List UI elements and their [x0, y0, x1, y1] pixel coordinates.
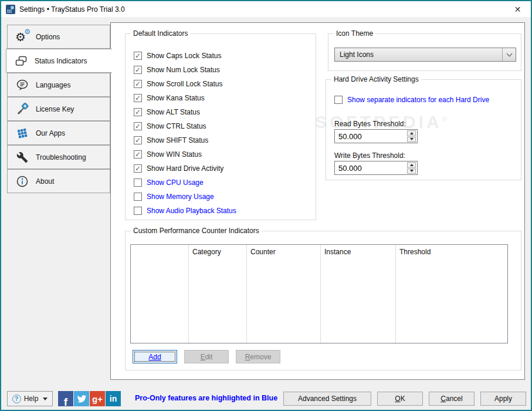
checkbox-row: ✓ Show Hard Drive Activity	[134, 164, 223, 173]
caret-down-icon	[43, 397, 48, 400]
checkbox-label: Show Hard Drive Activity	[147, 164, 223, 173]
checkbox-label: Show CPU Usage	[147, 178, 204, 187]
checkbox-win[interactable]: ✓	[134, 150, 142, 159]
checkbox-label: Show CTRL Status	[147, 122, 206, 130]
group-title: Custom Performance Counter Indicators	[131, 227, 262, 235]
checkbox-label: Show Memory Usage	[147, 193, 214, 201]
sidebar-item-languages[interactable]: Languages	[7, 73, 110, 97]
custom-counters-group: Custom Performance Counter Indicators Ca…	[125, 231, 521, 370]
watermark: SOFTPEDIA®	[315, 112, 450, 132]
checkbox-label: Show Caps Lock Status	[147, 52, 221, 60]
checkbox-row: ✓ Show Num Lock Status	[134, 65, 220, 75]
checkbox-scroll-lock[interactable]: ✓	[134, 80, 142, 88]
default-indicators-group: Default Indicators ✓ Show Caps Lock Stat…	[125, 33, 316, 220]
checkbox-label: Show SHIFT Status	[147, 136, 208, 144]
titlebar: Settings • TrayStatus Pro Trial 3.0	[1, 1, 531, 17]
checkbox-caps-lock[interactable]: ✓	[134, 52, 142, 60]
spinner-value: 50.000	[338, 164, 362, 173]
checkbox-label: Show WIN Status	[147, 150, 202, 159]
linkedin-icon[interactable]: in	[106, 391, 121, 406]
checkbox-label: Show ALT Status	[147, 108, 200, 116]
group-title: Default Indicators	[131, 29, 190, 38]
checkbox-kana[interactable]: ✓	[134, 94, 142, 102]
close-icon[interactable]: ✕	[504, 1, 531, 17]
sidebar-item-troubleshooting[interactable]: Troubleshooting	[7, 145, 110, 169]
checkbox-separate-hdd-indicators[interactable]: ✓	[334, 96, 343, 104]
remove-button[interactable]: Remove	[236, 350, 280, 363]
sidebar-item-label: License Key	[36, 105, 74, 113]
window-title: Settings • TrayStatus Pro Trial 3.0	[19, 5, 125, 14]
settings-window: Settings • TrayStatus Pro Trial 3.0 ✕ ⚙⚙…	[0, 0, 532, 411]
checkbox-label: Show separate indicators for each Hard D…	[347, 96, 489, 104]
status-indicators-icon	[13, 54, 29, 68]
checkbox-ctrl[interactable]: ✓	[134, 122, 142, 130]
write-threshold-label: Write Bytes Threshold:	[334, 151, 405, 160]
chevron-down-icon	[502, 48, 516, 61]
icon-theme-dropdown[interactable]: Light Icons	[334, 48, 516, 62]
checkbox-row: ✓ Show separate indicators for each Hard…	[334, 95, 489, 105]
sidebar-item-label: About	[36, 177, 54, 186]
add-button[interactable]: Add	[133, 350, 177, 363]
write-threshold-spinner[interactable]: 50.000	[334, 161, 418, 175]
checkbox-row: ✓ Show WIN Status	[134, 150, 202, 159]
spinner-value: 50.000	[338, 132, 362, 141]
group-title: Hard Drive Activity Settings	[331, 75, 421, 83]
googleplus-icon[interactable]: g+	[90, 391, 105, 406]
checkbox-row: ✓ Show Kana Status	[134, 93, 205, 103]
checkbox-row: ✓ Show CPU Usage	[134, 178, 204, 187]
gear-icon: ⚙⚙	[15, 30, 30, 44]
sidebar-item-license-key[interactable]: License Key	[7, 97, 110, 121]
checkbox-label: Show Kana Status	[147, 94, 205, 102]
icon-theme-group: Icon Theme Light Icons	[328, 33, 521, 71]
languages-icon	[15, 78, 30, 92]
sidebar-item-options[interactable]: ⚙⚙ Options	[7, 25, 110, 49]
column-header-blank	[131, 245, 189, 343]
group-title: Icon Theme	[334, 29, 375, 38]
cancel-button[interactable]: Cancel	[429, 392, 475, 406]
spin-down-icon[interactable]	[407, 169, 416, 174]
sidebar-item-our-apps[interactable]: Our Apps	[7, 121, 110, 145]
apply-button[interactable]: Apply	[480, 392, 526, 406]
sidebar-item-label: Options	[36, 33, 60, 41]
checkbox-alt[interactable]: ✓	[134, 108, 142, 116]
spin-down-icon[interactable]	[407, 137, 416, 143]
status-indicators-page: Default Indicators ✓ Show Caps Lock Stat…	[110, 22, 525, 380]
checkbox-row: ✓ Show Caps Lock Status	[134, 51, 221, 60]
dropdown-selected-value: Light Icons	[335, 50, 502, 59]
sidebar-item-about[interactable]: About	[7, 169, 110, 193]
sidebar-item-label: Troubleshooting	[36, 153, 86, 161]
sidebar-item-label: Our Apps	[36, 129, 65, 137]
ok-button[interactable]: OK	[377, 392, 423, 406]
checkbox-hard-drive-activity[interactable]: ✓	[134, 164, 142, 173]
advanced-settings-button[interactable]: Advanced Settings	[283, 392, 371, 406]
spin-up-icon[interactable]	[407, 162, 416, 168]
checkbox-label: Show Num Lock Status	[147, 66, 220, 74]
checkbox-audio-playback[interactable]: ✓	[134, 207, 142, 215]
checkbox-label: Show Audio Playback Status	[147, 207, 236, 215]
checkbox-row: ✓ Show Memory Usage	[134, 192, 214, 201]
help-label: Help	[24, 395, 39, 403]
info-icon	[15, 174, 30, 188]
checkbox-row: ✓ Show ALT Status	[134, 107, 200, 117]
sidebar-item-label: Status Indicators	[35, 57, 87, 65]
wrench-icon	[15, 150, 30, 164]
checkbox-row: ✓ Show Audio Playback Status	[134, 206, 236, 215]
counters-table[interactable]: Category Counter Instance Threshold	[130, 244, 508, 343]
edit-button[interactable]: Edit	[184, 350, 229, 363]
checkbox-cpu-usage[interactable]: ✓	[134, 178, 142, 187]
spin-buttons	[406, 130, 416, 142]
checkbox-num-lock[interactable]: ✓	[134, 66, 142, 74]
checkbox-memory-usage[interactable]: ✓	[134, 193, 142, 201]
apps-grid-icon	[15, 126, 30, 140]
facebook-icon[interactable]: f	[58, 391, 73, 406]
column-header-instance: Instance	[321, 245, 396, 343]
column-header-threshold: Threshold	[396, 245, 507, 343]
help-button[interactable]: ? Help	[7, 391, 53, 406]
app-icon	[6, 5, 15, 14]
sidebar-item-status-indicators[interactable]: Status Indicators	[6, 49, 112, 73]
key-icon	[15, 102, 30, 116]
twitter-icon[interactable]	[74, 391, 89, 406]
column-header-counter: Counter	[247, 245, 321, 343]
checkbox-shift[interactable]: ✓	[134, 136, 142, 144]
column-header-category: Category	[189, 245, 247, 343]
